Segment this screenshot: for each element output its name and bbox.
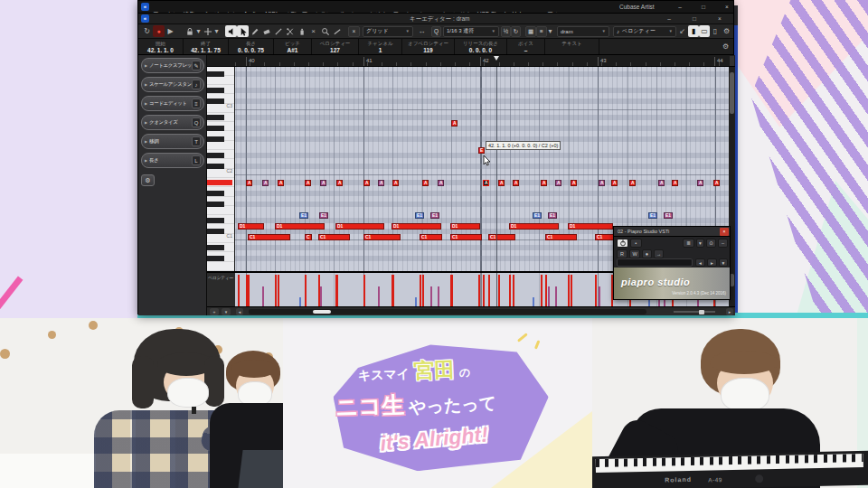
inspector-section[interactable]: ▶コードエディット≡: [141, 96, 204, 111]
info-field[interactable]: 終了42. 1. 1. 75: [184, 39, 229, 54]
zoom-slider[interactable]: [674, 311, 715, 313]
midi-note[interactable]: A: [422, 180, 429, 186]
piapro-write-button[interactable]: W: [629, 249, 640, 258]
piapro-read-button[interactable]: R: [617, 249, 627, 258]
timeline-ruler[interactable]: 4041424344: [207, 55, 735, 67]
toolbar-setup-gear-icon[interactable]: ⚙: [721, 25, 732, 37]
piapro-prev-preset-icon[interactable]: ◂: [695, 258, 705, 267]
piapro-ab-button[interactable]: ⊙: [706, 239, 716, 248]
midi-note[interactable]: A: [363, 180, 370, 186]
velocity-bar[interactable]: [571, 275, 572, 306]
black-key[interactable]: [207, 191, 224, 196]
piapro-compare-button[interactable]: ●: [642, 249, 652, 258]
black-key[interactable]: [207, 71, 224, 77]
velocity-bar[interactable]: [451, 275, 453, 306]
velocity-bar[interactable]: [488, 275, 490, 306]
info-field[interactable]: ボイス–: [507, 39, 545, 54]
line-tool[interactable]: [331, 25, 343, 37]
input-dropdown-icon[interactable]: ▾: [547, 25, 553, 37]
autoselect-controllers-icon[interactable]: ×: [348, 26, 360, 37]
black-key[interactable]: [207, 164, 224, 169]
midi-note[interactable]: E1: [648, 212, 657, 219]
step-input-icon[interactable]: ▦: [525, 26, 536, 37]
vertical-scrollbar-thumb[interactable]: [730, 72, 734, 114]
inspector-section[interactable]: ▶長さL: [141, 153, 204, 168]
black-key[interactable]: [207, 115, 224, 120]
editor-close-button[interactable]: ×: [710, 14, 730, 23]
playhead-marker[interactable]: [494, 56, 499, 61]
midi-note[interactable]: A: [336, 180, 343, 186]
nudge-icon[interactable]: ↔: [416, 25, 428, 37]
midi-note[interactable]: D1: [509, 223, 559, 230]
midi-note[interactable]: A: [451, 120, 458, 127]
infoline-setup-gear-icon[interactable]: ⚙: [722, 42, 729, 51]
zoom-slider-thumb[interactable]: [699, 310, 704, 314]
midi-note[interactable]: E1: [415, 212, 424, 219]
velocity-bar[interactable]: [438, 286, 439, 306]
black-key[interactable]: [207, 218, 224, 223]
midi-note[interactable]: C1: [248, 234, 290, 240]
piapro-preset-dropdown-icon[interactable]: ▾: [719, 258, 728, 267]
autoscroll-icon[interactable]: [202, 25, 213, 37]
piapro-dropdown-icon[interactable]: ▾: [696, 239, 704, 248]
controller-lane-header[interactable]: ベロシティー: [207, 271, 235, 306]
play-button[interactable]: ▶: [165, 25, 176, 37]
midi-note[interactable]: E1: [299, 212, 308, 219]
midi-note[interactable]: D1: [392, 223, 441, 230]
event-colors-dropdown[interactable]: ♪ベロシティー▼: [613, 26, 676, 37]
midi-note[interactable]: A: [611, 180, 618, 186]
midi-note[interactable]: A: [599, 180, 605, 186]
piapro-activate-button[interactable]: [617, 239, 628, 248]
midi-note[interactable]: A: [246, 180, 252, 186]
velocity-bar[interactable]: [422, 275, 424, 306]
black-key[interactable]: [207, 202, 224, 207]
autoscroll-dropdown-icon[interactable]: ▾: [213, 25, 220, 37]
info-field[interactable]: 開始42. 1. 1. 0: [138, 39, 184, 54]
editor-maximize-button[interactable]: □: [684, 14, 704, 23]
midi-note[interactable]: C: [305, 234, 312, 240]
midi-note[interactable]: A: [555, 180, 561, 186]
midi-note[interactable]: C1: [363, 234, 401, 240]
velocity-bar[interactable]: [238, 275, 240, 306]
velocity-bar[interactable]: [415, 297, 417, 306]
loop-button[interactable]: ↻: [141, 25, 153, 37]
midi-note[interactable]: D1: [335, 223, 384, 230]
midi-note[interactable]: E1: [430, 212, 439, 219]
inspector-setup-gear-icon[interactable]: ⚙: [141, 174, 155, 186]
midi-note[interactable]: A: [438, 180, 444, 186]
piapro-close-button[interactable]: ×: [720, 228, 729, 236]
velocity-bar[interactable]: [599, 286, 600, 306]
draw-tool[interactable]: [249, 25, 260, 37]
horizontal-scrollbar[interactable]: [249, 309, 646, 314]
acoustic-feedback-icon[interactable]: [225, 25, 237, 37]
lock-dropdown-icon[interactable]: ▾: [195, 25, 202, 37]
velocity-bar[interactable]: [568, 275, 570, 306]
velocity-bar[interactable]: [483, 275, 485, 306]
velocity-bar[interactable]: [595, 275, 597, 306]
velocity-bar[interactable]: [299, 297, 301, 306]
inspector-section[interactable]: ▶スケールアシスタント♪: [141, 77, 204, 92]
midi-note[interactable]: A: [713, 180, 720, 186]
midi-note[interactable]: A: [378, 180, 384, 186]
midi-note[interactable]: A: [305, 180, 311, 186]
velocity-bar[interactable]: [555, 286, 557, 306]
split-tool[interactable]: [284, 25, 296, 37]
velocity-bar[interactable]: [275, 275, 277, 306]
piapro-lock-button[interactable]: –: [718, 239, 728, 248]
lane-preset-dropdown-icon[interactable]: ▾: [222, 308, 231, 315]
midi-note[interactable]: A: [498, 180, 505, 186]
midi-note[interactable]: C1: [545, 234, 577, 240]
velocity-bar[interactable]: [509, 275, 511, 306]
object-selection-tool[interactable]: [237, 25, 249, 37]
midi-note[interactable]: A: [571, 180, 577, 186]
inspector-section[interactable]: ▶ノートエクスプレッション✎: [141, 58, 204, 73]
lock-icon[interactable]: [184, 25, 195, 37]
velocity-bar[interactable]: [548, 286, 550, 306]
midi-note[interactable]: A: [392, 180, 399, 186]
midi-note[interactable]: E1: [533, 212, 542, 219]
inspector-section[interactable]: ▶クオンタイズQ: [141, 115, 204, 130]
black-key[interactable]: [207, 256, 224, 261]
velocity-bar[interactable]: [498, 275, 500, 306]
piapro-next-preset-icon[interactable]: ▸: [707, 258, 717, 267]
velocity-bar[interactable]: [420, 275, 421, 306]
